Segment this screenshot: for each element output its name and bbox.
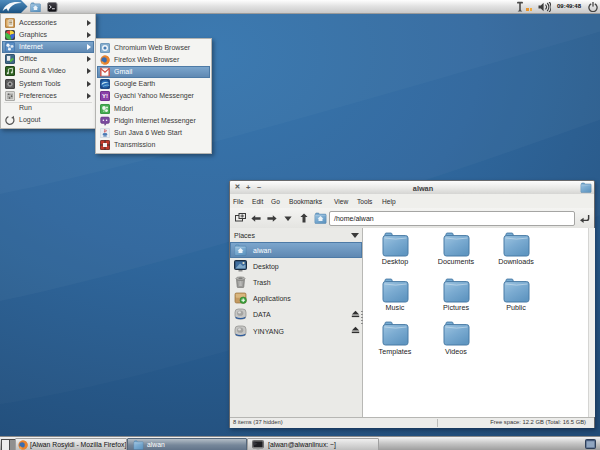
svg-text:Y!: Y! xyxy=(102,94,108,100)
